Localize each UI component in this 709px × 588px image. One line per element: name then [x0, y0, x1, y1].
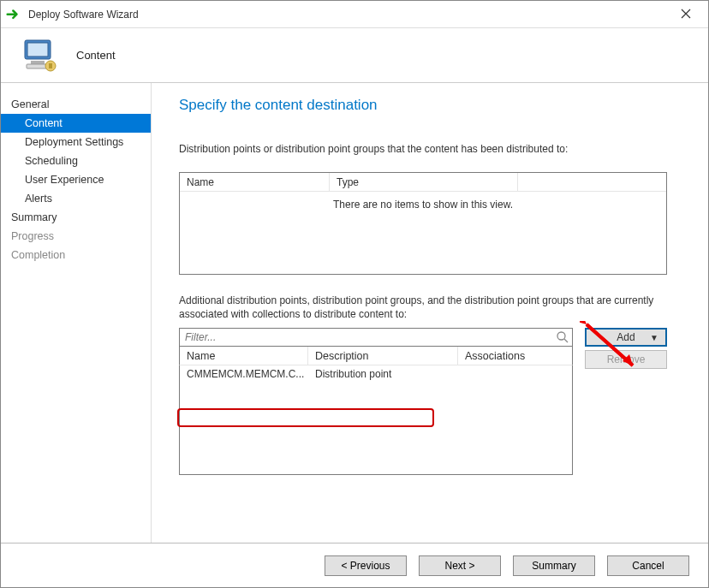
header-band: Content	[1, 28, 708, 83]
additional-table-body: CMMEMCM.MEMCM.C... Distribution point	[179, 365, 573, 475]
distributed-table-empty: There are no items to show in this view.	[180, 192, 666, 211]
col-name[interactable]: Name	[180, 173, 330, 191]
nav-item-user-experience[interactable]: User Experience	[1, 170, 151, 189]
additional-table-wrap: Name Description Associations CMMEMCM.ME…	[179, 328, 573, 475]
close-icon	[681, 7, 691, 22]
svg-point-6	[557, 332, 565, 340]
close-button[interactable]	[669, 3, 703, 27]
wizard-window: Deploy Software Wizard Content General C…	[0, 0, 709, 588]
add-button[interactable]: Add ▼	[585, 328, 667, 347]
additional-label: Additional distribution points, distribu…	[179, 294, 667, 321]
cell-name: CMMEMCM.MEMCM.C...	[180, 368, 308, 380]
wizard-body: General Content Deployment Settings Sche…	[1, 83, 708, 543]
add-button-label: Add	[617, 331, 635, 343]
cell-description: Distribution point	[308, 368, 458, 380]
summary-button[interactable]: Summary	[513, 555, 595, 576]
page-title: Specify the content destination	[179, 97, 682, 114]
chevron-down-icon: ▼	[650, 333, 658, 342]
title-arrow-icon	[6, 9, 23, 21]
distributed-table: Name Type There are no items to show in …	[179, 172, 667, 275]
svg-rect-2	[31, 61, 45, 64]
remove-button-label: Remove	[607, 353, 646, 365]
nav-item-alerts[interactable]: Alerts	[1, 189, 151, 208]
titlebar: Deploy Software Wizard	[1, 1, 708, 28]
distributed-label: Distribution points or distribution poin…	[179, 143, 682, 155]
distributed-table-header: Name Type	[180, 173, 666, 192]
content-pane: Specify the content destination Distribu…	[152, 83, 708, 543]
window-title: Deploy Software Wizard	[28, 9, 669, 21]
table-row[interactable]: CMMEMCM.MEMCM.C... Distribution point	[180, 365, 572, 383]
nav-item-content[interactable]: Content	[1, 114, 151, 133]
previous-button[interactable]: < Previous	[325, 555, 407, 576]
col-spacer	[518, 173, 666, 191]
header-section-label: Content	[76, 49, 116, 62]
additional-group: Name Description Associations CMMEMCM.ME…	[179, 328, 667, 475]
svg-rect-5	[49, 63, 52, 68]
nav-sidebar: General Content Deployment Settings Sche…	[1, 83, 152, 543]
nav-item-completion: Completion	[1, 246, 151, 264]
col-type[interactable]: Type	[330, 173, 518, 191]
next-button[interactable]: Next >	[419, 555, 501, 576]
wizard-footer: < Previous Next > Summary Cancel	[1, 543, 708, 587]
nav-item-summary[interactable]: Summary	[1, 208, 151, 227]
filter-input[interactable]	[179, 328, 573, 347]
table-buttons: Add ▼ Remove	[585, 328, 667, 369]
nav-item-scheduling[interactable]: Scheduling	[1, 151, 151, 170]
filter-wrap	[179, 328, 573, 347]
remove-button: Remove	[585, 350, 667, 369]
additional-table-header: Name Description Associations	[179, 347, 573, 365]
col2-description[interactable]: Description	[308, 347, 458, 365]
nav-item-deployment-settings[interactable]: Deployment Settings	[1, 133, 151, 151]
col2-associations[interactable]: Associations	[458, 347, 572, 365]
col2-name[interactable]: Name	[180, 347, 308, 365]
computer-icon	[20, 35, 61, 76]
search-icon[interactable]	[556, 330, 569, 344]
nav-item-general[interactable]: General	[1, 95, 151, 114]
cancel-button[interactable]: Cancel	[607, 555, 689, 576]
nav-item-progress: Progress	[1, 227, 151, 246]
svg-rect-1	[27, 43, 48, 56]
